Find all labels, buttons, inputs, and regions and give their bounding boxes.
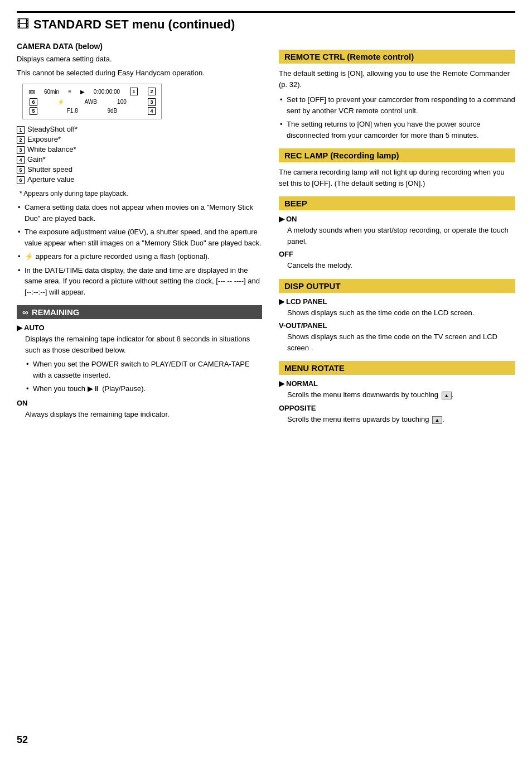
diagram-timecode: 0:00:00:00	[94, 88, 120, 97]
remaining-section: ∞ REMAINING ▶ AUTO Displays the remainin…	[17, 305, 262, 420]
remote-ctrl-title: REMOTE CTRL (Remote control)	[284, 52, 414, 61]
bullet-item: When you touch ▶⏸ (Play/Pause).	[25, 383, 262, 394]
remote-ctrl-bullets: Set to [OFF] to prevent your camcorder f…	[279, 94, 515, 141]
normal-btn: ▲	[442, 392, 452, 399]
opposite-desc1: Scrolls the menu items upwards by	[287, 415, 400, 423]
diagram-num3: 3	[148, 98, 156, 106]
diagram-f18: F1.8	[67, 107, 78, 115]
camera-data-desc1: Displays camera setting data.	[17, 54, 262, 65]
beep-bar: BEEP	[279, 196, 515, 210]
rec-lamp-bar: REC LAMP (Recording lamp)	[279, 148, 515, 162]
vout-title: V-OUT/PANEL	[279, 321, 515, 330]
diagram-num1: 1	[130, 88, 138, 95]
diagram-top-row: 📼 60min ≡ ▶ 0:00:00:00 1 2	[28, 88, 156, 97]
bullet-item: When you set the POWER switch to PLAY/ED…	[25, 359, 262, 380]
list-item: 6 Aperture value	[17, 175, 262, 184]
list-item: 5 Shutter speed	[17, 165, 262, 174]
auto-title: ▶ AUTO	[17, 324, 262, 332]
diagram-play: ▶	[80, 88, 85, 97]
diagram-tape-icon: 📼	[28, 88, 35, 97]
on-title: ON	[17, 399, 262, 407]
bullet-item: The setting returns to [ON] when you hav…	[279, 119, 515, 141]
normal-desc2: touching	[411, 390, 438, 399]
right-column: REMOTE CTRL (Remote control) The default…	[279, 42, 515, 427]
disp-output-title: DISP OUTPUT	[284, 281, 341, 291]
menu-rotate-title: MENU ROTATE	[284, 363, 345, 373]
on-desc: Always displays the remaining tape indic…	[25, 409, 262, 420]
item-label-4: Gain*	[27, 155, 46, 163]
bullet-item: Camera setting data does not appear when…	[17, 202, 262, 224]
item-label-2: Exposure*	[27, 135, 61, 143]
bullet-item: In the DATE/TIME data display, the date …	[17, 265, 262, 298]
vout-desc: Shows displays such as the time code on …	[287, 331, 515, 353]
vout-label: V-OUT/PANEL	[279, 321, 327, 330]
opposite-desc: Scrolls the menu items upwards by touchi…	[287, 414, 515, 425]
beep-title: BEEP	[284, 199, 307, 208]
diagram-num2: 2	[148, 88, 156, 95]
normal-desc: Scrolls the menu items downwards by touc…	[287, 389, 515, 401]
beep-section: BEEP ▶ ON A melody sounds when you start…	[279, 196, 515, 271]
auto-desc: Displays the remaining tape indicator fo…	[25, 334, 262, 355]
item-label-1: SteadyShot off*	[27, 125, 78, 133]
lcd-panel-title: ▶ LCD PANEL	[279, 297, 515, 306]
remaining-icon: ∞	[22, 307, 28, 317]
menu-rotate-section: MENU ROTATE ▶ NORMAL Scrolls the menu it…	[279, 361, 515, 425]
page-title: STANDARD SET menu (continued)	[33, 17, 235, 32]
auto-bullets: When you set the POWER switch to PLAY/ED…	[25, 359, 262, 394]
list-item: 2 Exposure*	[17, 135, 262, 144]
opposite-btn: ▲	[432, 416, 442, 424]
arrow-icon: ▶	[279, 297, 284, 306]
item-num-6: 6	[17, 176, 25, 184]
two-column-layout: CAMERA DATA (below) Displays camera sett…	[17, 42, 515, 427]
diagram-awb: AWB	[84, 98, 96, 107]
remote-ctrl-section: REMOTE CTRL (Remote control) The default…	[279, 50, 515, 141]
item-num-5: 5	[17, 166, 25, 174]
page-number: 52	[17, 734, 28, 746]
item-num-1: 1	[17, 126, 25, 134]
footnote: * Appears only during tape playback.	[20, 189, 262, 199]
camera-data-desc2: This cannot be selected during Easy Hand…	[17, 67, 262, 79]
opposite-title: OPPOSITE	[279, 404, 515, 412]
diagram-num6-label: 6	[28, 98, 37, 107]
header-icon: 🎞	[17, 17, 29, 32]
item-num-2: 2	[17, 136, 25, 144]
arrow-icon: ▶	[279, 379, 284, 388]
on-label: ON	[17, 399, 28, 407]
bullet-item: ⚡ appears for a picture recorded using a…	[17, 251, 262, 262]
normal-label: NORMAL	[286, 379, 318, 388]
diagram-num4: 4	[148, 107, 156, 115]
remaining-bar-title: REMAINING	[32, 307, 80, 317]
item-label-6: Aperture value	[27, 175, 75, 184]
lcd-panel-desc: Shows displays such as the time code on …	[287, 307, 515, 319]
rec-lamp-title: REC LAMP (Recording lamp)	[284, 151, 399, 160]
camera-data-items: 1 SteadyShot off* 2 Exposure* 3 White ba…	[17, 125, 262, 184]
camera-data-title: CAMERA DATA (below)	[17, 42, 262, 51]
opposite-label: OPPOSITE	[279, 404, 316, 412]
beep-on-label: ON	[286, 215, 297, 223]
diagram-middle-row: 6 ⚡ AWB 100 3	[28, 98, 156, 107]
page: 🎞 STANDARD SET menu (continued) CAMERA D…	[0, 0, 532, 757]
diagram-9db: 9dB	[107, 107, 117, 115]
camera-data-section: CAMERA DATA (below) Displays camera sett…	[17, 42, 262, 297]
page-header: 🎞 STANDARD SET menu (continued)	[17, 11, 515, 32]
list-item: 4 Gain*	[17, 155, 262, 164]
item-num-4: 4	[17, 156, 25, 164]
arrow-icon: ▶	[279, 215, 284, 223]
diagram-num5: 5	[30, 107, 37, 115]
disp-output-bar: DISP OUTPUT	[279, 279, 515, 293]
lcd-panel-label: LCD PANEL	[286, 297, 327, 306]
camera-data-bullets: Camera setting data does not appear when…	[17, 202, 262, 297]
item-num-3: 3	[17, 146, 25, 154]
diagram-equals: ≡	[68, 88, 71, 97]
diagram-num6: 6	[30, 98, 37, 106]
remote-ctrl-desc: The default setting is [ON], allowing yo…	[279, 68, 515, 90]
normal-desc1: Scrolls the menu items downwards by	[287, 390, 409, 399]
disp-output-section: DISP OUTPUT ▶ LCD PANEL Shows displays s…	[279, 279, 515, 354]
diagram-lightning: ⚡	[57, 98, 64, 107]
diagram-100: 100	[117, 98, 127, 107]
diagram-60min: 60min	[44, 88, 59, 97]
list-item: 1 SteadyShot off*	[17, 125, 262, 134]
rec-lamp-desc: The camera recording lamp will not light…	[279, 167, 515, 189]
bullet-item: The exposure adjustment value (0EV), a s…	[17, 226, 262, 248]
remote-ctrl-bar: REMOTE CTRL (Remote control)	[279, 50, 515, 64]
